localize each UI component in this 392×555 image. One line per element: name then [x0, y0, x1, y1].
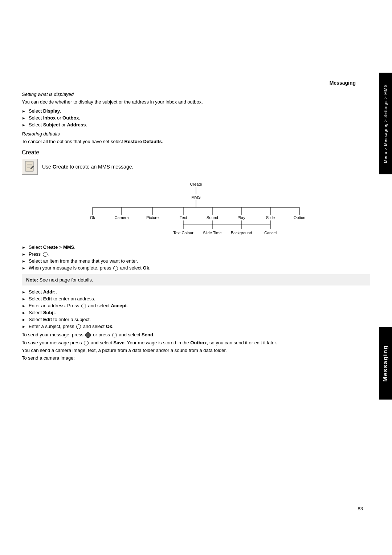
restoring-description: To cancel all the options that you have …: [22, 139, 370, 144]
ok-button-icon-3: [81, 304, 86, 308]
svg-text:Picture: Picture: [146, 215, 159, 220]
bullet-select-item: ► Select an item from the menu that you …: [22, 258, 370, 264]
bullet-arrow-13: ►: [22, 324, 26, 329]
bullet-text-10: Enter an address. Press and select Accep…: [29, 303, 128, 308]
create-desc-text: Use Create to create an MMS message.: [42, 164, 133, 170]
ok-button-icon-2: [113, 266, 118, 271]
bullet-text-8: Select Addr:.: [29, 289, 57, 295]
bullet-complete: ► When your message is complete, press a…: [22, 265, 370, 271]
bullet-subj: ► Select Subj:.: [22, 310, 370, 315]
bullet-text-4: Select Create > MMS.: [29, 244, 75, 250]
bullet-arrow-7: ►: [22, 266, 26, 270]
setting-display-description: You can decide whether to display the su…: [22, 99, 370, 105]
tree-svg: Create MMS Ok: [76, 181, 316, 239]
ok-button-icon-4: [76, 324, 81, 329]
bullet-select-inbox: ► Select Inbox or Outbox.: [22, 115, 370, 121]
tree-diagram: Create MMS Ok: [22, 181, 370, 239]
bullet-select-subject: ► Select Subject or Address.: [22, 122, 370, 127]
bullet-text-12: Select Edit to enter a subject.: [29, 317, 91, 322]
restoring-defaults-section: Restoring defaults To cancel all the opt…: [22, 131, 370, 144]
note-box: Note: See next page for details.: [22, 274, 370, 285]
svg-text:Cancel: Cancel: [264, 231, 277, 235]
bullet-addr: ► Select Addr:.: [22, 289, 370, 295]
bullet-edit-addr: ► Select Edit to enter an address.: [22, 296, 370, 301]
bullet-arrow-1: ►: [22, 109, 26, 113]
bullet-enter-subj: ► Enter a subject, press and select Ok.: [22, 324, 370, 329]
bullet-text-6: Select an item from the menu that you wa…: [29, 258, 138, 264]
svg-text:MMS: MMS: [191, 195, 201, 199]
send-icon: [85, 332, 91, 338]
save-text: To save your message press and select Sa…: [22, 340, 370, 345]
svg-text:Create: Create: [190, 182, 202, 186]
svg-text:Camera: Camera: [114, 215, 129, 220]
bullet-arrow-6: ►: [22, 259, 26, 263]
note-text: Note: See next page for details.: [26, 277, 93, 283]
setting-display-title: Setting what is displayed: [22, 92, 370, 97]
bullet-text-11: Select Subj:.: [29, 310, 56, 315]
restoring-title: Restoring defaults: [22, 131, 370, 137]
svg-rect-0: [25, 161, 33, 171]
ok-button-icon-5: [112, 333, 117, 337]
instructions-section: ► Select Create > MMS. ► Press . ► Selec…: [22, 244, 370, 361]
right-tab-bottom-label: Messaging: [382, 345, 389, 382]
bullet-arrow-8: ►: [22, 290, 26, 294]
bullet-text-9: Select Edit to enter an address.: [29, 296, 95, 301]
bullet-text-1: Select Display.: [29, 108, 61, 114]
svg-text:Ok: Ok: [90, 215, 95, 220]
bullet-text-2: Select Inbox or Outbox.: [29, 115, 80, 121]
bullet-select-display: ► Select Display.: [22, 108, 370, 114]
bullet-arrow-5: ►: [22, 252, 26, 256]
svg-text:Slide Time: Slide Time: [203, 231, 221, 235]
bullet-press: ► Press .: [22, 251, 370, 257]
create-heading: Create: [22, 149, 370, 156]
right-tab-top-label: Menu > Messaging > Settings > MMS: [383, 84, 388, 163]
send-camera-text: To send a camera image:: [22, 355, 370, 361]
bullet-text-7: When your message is complete, press and…: [29, 265, 151, 271]
mms-create-icon-svg: [24, 161, 36, 173]
right-tab-bottom: Messaging: [379, 327, 392, 400]
right-tab-top: Menu > Messaging > Settings > MMS: [379, 73, 392, 174]
bullet-enter-addr: ► Enter an address. Press and select Acc…: [22, 303, 370, 308]
ok-button-icon: [43, 252, 48, 257]
bullet-text-13: Enter a subject, press and select Ok.: [29, 324, 114, 329]
page-header: Messaging: [22, 80, 370, 86]
bullet-create-mms: ► Select Create > MMS.: [22, 244, 370, 250]
svg-text:Text: Text: [180, 215, 187, 220]
ok-button-icon-6: [84, 341, 89, 345]
bullet-edit-subj: ► Select Edit to enter a subject.: [22, 317, 370, 322]
create-description: Use Create to create an MMS message.: [22, 159, 370, 175]
svg-text:Option: Option: [294, 215, 305, 220]
svg-text:Slide: Slide: [266, 215, 275, 220]
create-icon: [22, 159, 38, 175]
main-content: Messaging Setting what is displayed You …: [22, 80, 374, 361]
bullet-arrow-11: ►: [22, 311, 26, 315]
bullet-arrow-4: ►: [22, 245, 26, 250]
create-heading-text: Create: [22, 149, 39, 155]
bullet-arrow-9: ►: [22, 297, 26, 301]
svg-text:Sound: Sound: [207, 215, 218, 220]
bullet-arrow-10: ►: [22, 304, 26, 308]
header-title: Messaging: [330, 80, 356, 86]
bullet-text-5: Press .: [29, 251, 49, 257]
svg-text:Background: Background: [231, 231, 252, 235]
setting-display-section: Setting what is displayed You can decide…: [22, 92, 370, 127]
bullet-arrow-3: ►: [22, 123, 26, 127]
send-text: To send your message, press or press and…: [22, 332, 370, 338]
bullet-arrow-12: ►: [22, 317, 26, 322]
camera-text: You can send a camera image, text, a pic…: [22, 348, 370, 353]
page-number: 83: [358, 506, 363, 511]
bullet-arrow-2: ►: [22, 116, 26, 120]
svg-text:Text Colour: Text Colour: [173, 231, 193, 235]
svg-text:Play: Play: [237, 215, 245, 220]
page-container: Menu > Messaging > Settings > MMS Messag…: [0, 0, 392, 555]
bullet-text-3: Select Subject or Address.: [29, 122, 87, 127]
